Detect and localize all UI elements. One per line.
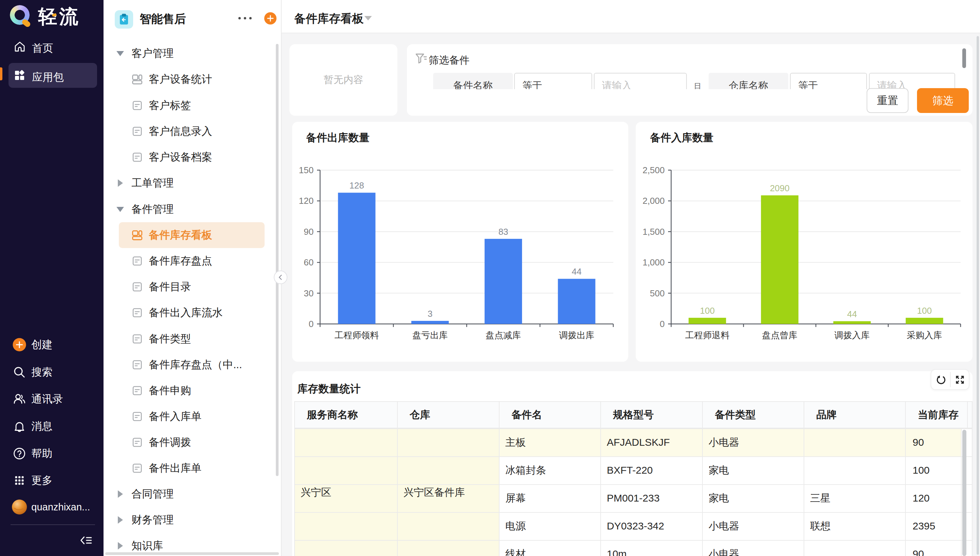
svg-text:盘点曾库: 盘点曾库 [762, 330, 797, 340]
svg-text:2090: 2090 [770, 183, 790, 193]
svg-text:盘点减库: 盘点减库 [486, 330, 521, 340]
svg-text:盘亏出库: 盘亏出库 [412, 330, 448, 340]
svg-text:2,000: 2,000 [643, 196, 665, 206]
svg-text:30: 30 [304, 288, 314, 298]
svg-text:90: 90 [304, 226, 314, 237]
svg-text:0: 0 [660, 319, 665, 329]
svg-text:44: 44 [572, 267, 582, 276]
svg-text:500: 500 [650, 288, 665, 298]
svg-text:1,000: 1,000 [643, 257, 665, 267]
svg-text:100: 100 [700, 305, 715, 316]
svg-text:1,500: 1,500 [643, 226, 665, 237]
svg-text:100: 100 [917, 305, 931, 316]
svg-text:工程师退料: 工程师退料 [685, 330, 729, 340]
svg-text:调拨出库: 调拨出库 [559, 330, 594, 340]
svg-text:83: 83 [499, 226, 509, 237]
svg-text:44: 44 [847, 309, 857, 319]
svg-text:120: 120 [299, 196, 314, 206]
svg-text:0: 0 [309, 319, 314, 329]
svg-text:调拨入库: 调拨入库 [834, 330, 870, 340]
svg-text:150: 150 [299, 165, 314, 175]
svg-text:采购入库: 采购入库 [907, 330, 942, 340]
svg-text:60: 60 [304, 257, 314, 267]
svg-text:2,500: 2,500 [643, 165, 665, 175]
svg-text:3: 3 [428, 309, 432, 319]
svg-text:128: 128 [349, 180, 364, 191]
svg-text:工程师领料: 工程师领料 [335, 330, 379, 340]
